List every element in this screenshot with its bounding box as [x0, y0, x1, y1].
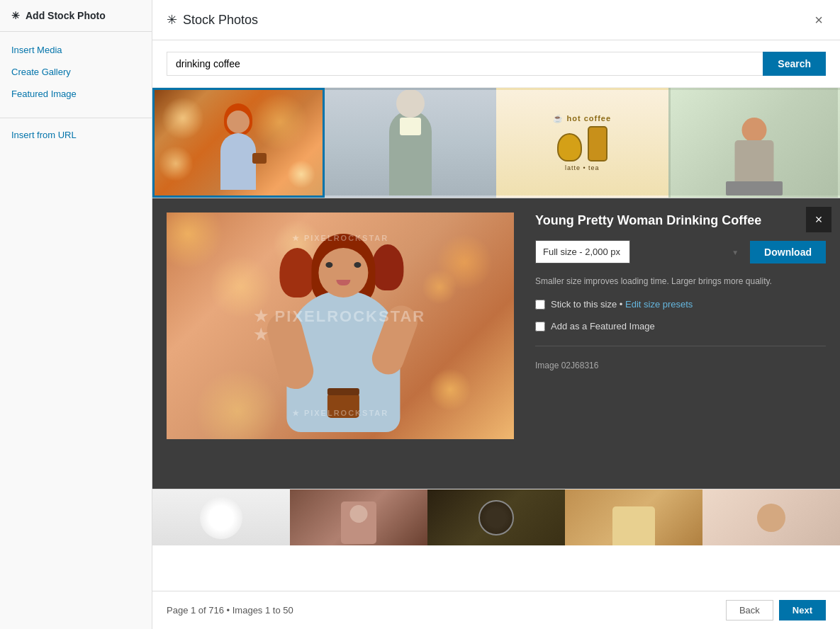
search-button[interactable]: Search: [763, 52, 826, 76]
sidebar-item-featured-image[interactable]: Featured Image: [0, 83, 152, 105]
watermark-center: ★ PIXELROCKSTAR ★: [254, 307, 427, 344]
modal-star-icon: ✳: [167, 12, 177, 28]
stick-size-label[interactable]: Stick to this size • Edit size presets: [551, 299, 693, 310]
modal-header: ✳ Stock Photos ×: [152, 0, 840, 40]
star-icon: ✳: [11, 10, 20, 21]
image-id: Image 02J68316: [535, 361, 826, 370]
detail-close-button[interactable]: ×: [806, 207, 831, 232]
detail-info: Young Pretty Woman Drinking Coffee Full …: [535, 212, 826, 475]
sidebar-item-create-gallery[interactable]: Create Gallery: [0, 61, 152, 83]
featured-image-label[interactable]: Add as a Featured Image: [551, 321, 655, 332]
modal-title-row: ✳ Stock Photos: [167, 12, 258, 28]
edit-size-link[interactable]: Edit size presets: [625, 299, 693, 310]
bottom-thumb-4[interactable]: [565, 489, 702, 545]
modal-footer: Page 1 of 716 • Images 1 to 50 Back Next: [152, 591, 840, 629]
watermark-bottom: ★ PIXELROCKSTAR: [292, 409, 388, 418]
pagination-buttons: Back Next: [726, 600, 826, 620]
featured-image-row: Add as a Featured Image: [535, 321, 826, 332]
watermark-top: ★ PIXELROCKSTAR: [292, 234, 388, 243]
thumbnail-1[interactable]: [152, 88, 325, 198]
bottom-thumb-2[interactable]: [290, 489, 427, 545]
bottom-thumbnails-strip: [152, 489, 840, 545]
featured-image-checkbox[interactable]: [535, 322, 545, 332]
sidebar-divider: [0, 118, 152, 118]
next-button[interactable]: Next: [779, 600, 826, 620]
sidebar-item-insert-media[interactable]: Insert Media: [0, 39, 152, 61]
thumbnail-2[interactable]: [325, 88, 497, 198]
detail-divider: [535, 346, 826, 346]
back-button[interactable]: Back: [726, 600, 773, 620]
size-row: Full size - 2,000 px Large - 1,024 px Me…: [535, 240, 826, 264]
main-panel: ✳ Stock Photos × Search: [152, 0, 840, 629]
size-select[interactable]: Full size - 2,000 px Large - 1,024 px Me…: [535, 240, 630, 264]
sidebar-header: ✳ Add Stock Photo: [0, 0, 152, 32]
sidebar-nav-bottom: Insert from URL: [0, 124, 152, 146]
modal-title: Stock Photos: [183, 13, 258, 28]
bottom-thumb-1[interactable]: [152, 489, 290, 545]
sidebar-item-insert-url[interactable]: Insert from URL: [0, 124, 152, 146]
bottom-thumb-5[interactable]: [702, 489, 840, 545]
download-button[interactable]: Download: [750, 241, 826, 264]
thumbnail-3[interactable]: ☕ hot coffee latte • tea: [496, 88, 668, 198]
stick-size-checkbox[interactable]: [535, 300, 545, 310]
sidebar-nav: Insert Media Create Gallery Featured Ima…: [0, 32, 152, 112]
detail-title: Young Pretty Woman Drinking Coffee: [535, 212, 826, 229]
search-bar: Search: [152, 40, 840, 88]
size-hint: Smaller size improves loading time. Larg…: [535, 275, 826, 288]
sidebar-title: Add Stock Photo: [26, 10, 106, 21]
search-input[interactable]: [167, 52, 763, 76]
modal-body[interactable]: Search: [152, 40, 840, 591]
thumbnail-4[interactable]: [668, 88, 841, 198]
sidebar: ✳ Add Stock Photo Insert Media Create Ga…: [0, 0, 152, 629]
stick-size-row: Stick to this size • Edit size presets: [535, 299, 826, 310]
bottom-thumb-3[interactable]: [427, 489, 565, 545]
thumbnails-row: ☕ hot coffee latte • tea: [152, 88, 840, 198]
pagination-info: Page 1 of 716 • Images 1 to 50: [167, 605, 293, 616]
detail-panel: ×: [152, 198, 840, 489]
detail-preview-image: ★ PIXELROCKSTAR ★ PIXELROCKSTAR ★ ★ PIXE…: [167, 212, 514, 439]
modal-close-button[interactable]: ×: [812, 10, 826, 30]
size-select-wrapper: Full size - 2,000 px Large - 1,024 px Me…: [535, 240, 744, 264]
